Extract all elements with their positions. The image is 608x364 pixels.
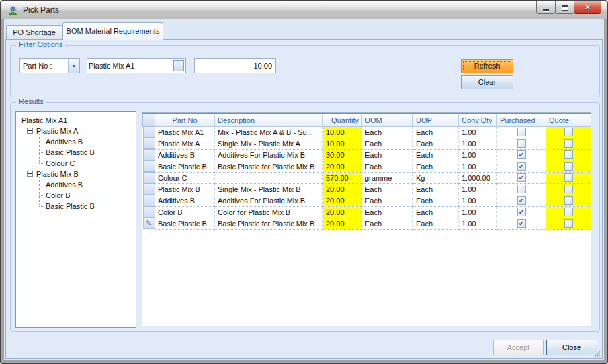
row-header-cell[interactable] (143, 206, 155, 218)
table-row[interactable]: ✎Basic Plastic BBasic Plastic for Plasti… (143, 218, 591, 229)
checkbox-checked-icon[interactable]: ✔ (517, 173, 526, 182)
col-header-conv-qty[interactable]: Conv Qty (459, 113, 497, 126)
cell-uop[interactable]: Each (413, 138, 459, 149)
row-header-cell[interactable] (143, 126, 155, 138)
cell-conv-qty[interactable]: 1.00 (459, 206, 497, 218)
cell-quote[interactable] (546, 126, 591, 138)
cell-uom[interactable]: Each (362, 206, 413, 218)
cell-description[interactable]: Mix - Plastic Mix A & B - Su... (215, 126, 323, 138)
row-header-cell[interactable]: ✎ (143, 218, 155, 229)
cell-quote[interactable] (546, 218, 591, 229)
cell-uop[interactable]: Each (413, 206, 459, 218)
cell-conv-qty[interactable]: 1.00 (459, 161, 497, 172)
cell-uop[interactable]: Each (413, 183, 459, 195)
col-header-quantity[interactable]: Quantity (323, 113, 362, 126)
checkbox-checked-icon[interactable]: ✔ (517, 150, 526, 159)
cell-part-no[interactable]: Basic Plastic B (155, 161, 215, 172)
cell-quote[interactable] (546, 183, 591, 195)
minimize-button[interactable] (536, 1, 556, 14)
tab-po-shortage[interactable]: PO Shortage (6, 25, 62, 39)
materials-grid[interactable]: Part No Description Quantity UOM UOP Con… (142, 112, 591, 326)
tree-root-plastic-mix-a1[interactable]: Plastic Mix A1 (21, 115, 67, 126)
tree-leaf-additives-b[interactable]: Additives B (46, 136, 83, 147)
cell-uom[interactable]: Each (362, 195, 413, 206)
tab-bom-material-requirements[interactable]: BOM Material Requirements (62, 22, 163, 40)
checkbox-checked-icon[interactable]: ✔ (517, 208, 526, 216)
grid-corner-cell[interactable] (143, 113, 155, 126)
bom-tree[interactable]: Plastic Mix A1Plastic Mix AAdditives BBa… (15, 111, 136, 328)
checkbox-unchecked-icon[interactable] (517, 185, 526, 193)
tree-node-plastic-mix-b[interactable]: Plastic Mix B (36, 169, 79, 179)
checkbox-unchecked-icon[interactable] (564, 196, 573, 205)
cell-uom[interactable]: Each (362, 126, 413, 138)
checkbox-unchecked-icon[interactable] (564, 128, 573, 136)
checkbox-unchecked-icon[interactable] (564, 139, 573, 148)
tree-leaf-colour-c[interactable]: Colour C (46, 158, 75, 169)
cell-quantity[interactable]: 20.00 (323, 161, 362, 172)
collapse-expander-icon[interactable] (27, 128, 33, 134)
checkbox-unchecked-icon[interactable] (564, 208, 573, 216)
cell-part-no[interactable]: Basic Plastic B (155, 218, 215, 229)
cell-quote[interactable] (546, 195, 591, 206)
checkbox-unchecked-icon[interactable] (564, 185, 573, 193)
checkbox-unchecked-icon[interactable] (517, 139, 526, 148)
cell-conv-qty[interactable]: 1.00 (459, 183, 497, 195)
clear-button[interactable]: Clear (461, 75, 513, 89)
cell-quantity[interactable]: 30.00 (323, 149, 362, 161)
table-row[interactable]: Plastic Mix ASingle Mix - Plastic Mix A1… (143, 138, 591, 149)
table-row[interactable]: Colour C570.00grammeKg1,000.00✔ (143, 172, 591, 183)
tree-node-plastic-mix-a[interactable]: Plastic Mix A (36, 126, 78, 136)
refresh-button[interactable]: Refresh (461, 59, 513, 73)
checkbox-checked-icon[interactable]: ✔ (517, 196, 526, 205)
cell-conv-qty[interactable]: 1.00 (459, 195, 497, 206)
cell-quantity[interactable]: 20.00 (323, 206, 362, 218)
cell-purchased[interactable]: ✔ (497, 149, 546, 161)
table-row[interactable]: Plastic Mix BSingle Mix - Plastic Mix B2… (143, 183, 591, 195)
cell-quantity[interactable]: 10.00 (323, 126, 362, 138)
collapse-expander-icon[interactable] (27, 171, 33, 177)
filter-field-combobox[interactable]: Part No : ▼ (19, 58, 80, 73)
cell-uom[interactable]: Each (362, 138, 413, 149)
row-header-cell[interactable] (143, 195, 155, 206)
table-row[interactable]: Basic Plastic BBasic Plastic for Plastic… (143, 161, 591, 172)
checkbox-unchecked-icon[interactable] (564, 173, 573, 182)
part-no-input[interactable] (89, 60, 173, 71)
cell-quote[interactable] (546, 161, 591, 172)
checkbox-unchecked-icon[interactable] (564, 219, 573, 228)
checkbox-checked-icon[interactable]: ✔ (517, 162, 526, 171)
cell-purchased[interactable]: ✔ (497, 195, 546, 206)
col-header-purchased[interactable]: Purchased (497, 113, 546, 126)
titlebar[interactable]: Pick Parts ✕ (1, 1, 607, 19)
row-header-cell[interactable] (143, 161, 155, 172)
cell-uop[interactable]: Kg (413, 172, 459, 183)
cell-part-no[interactable]: Colour C (155, 172, 215, 183)
cell-description[interactable]: Basic Plastic for Plastic Mix B (215, 161, 323, 172)
row-header-cell[interactable] (143, 149, 155, 161)
table-row[interactable]: Color BColor for Plastic Mix B20.00EachE… (143, 206, 591, 218)
close-window-button[interactable]: ✕ (574, 1, 601, 14)
maximize-button[interactable] (555, 1, 574, 14)
tree-leaf-color-b[interactable]: Color B (46, 190, 71, 201)
chevron-down-icon[interactable]: ▼ (68, 59, 79, 73)
cell-description[interactable]: Single Mix - Plastic Mix B (215, 183, 323, 195)
cell-quote[interactable] (546, 138, 591, 149)
tree-leaf-additives-b[interactable]: Additives B (46, 179, 83, 190)
cell-conv-qty[interactable]: 1.00 (459, 126, 497, 138)
cell-uop[interactable]: Each (413, 149, 459, 161)
cell-conv-qty[interactable]: 1,000.00 (459, 172, 497, 183)
tree-leaf-basic-plastic-b[interactable]: Basic Plastic B (46, 201, 95, 212)
quantity-input[interactable] (195, 59, 275, 73)
cell-quote[interactable] (546, 172, 591, 183)
cell-conv-qty[interactable]: 1.00 (459, 138, 497, 149)
cell-quantity[interactable]: 20.00 (323, 218, 362, 229)
cell-quantity[interactable]: 20.00 (323, 183, 362, 195)
row-header-cell[interactable] (143, 138, 155, 149)
table-row[interactable]: Additives BAdditives For Plastic Mix B30… (143, 149, 591, 161)
cell-purchased[interactable]: ✔ (497, 206, 546, 218)
col-header-uom[interactable]: UOM (362, 113, 413, 126)
cell-part-no[interactable]: Plastic Mix B (155, 183, 215, 195)
cell-uom[interactable]: Each (362, 218, 413, 229)
col-header-uop[interactable]: UOP (413, 113, 459, 126)
cell-quote[interactable] (546, 206, 591, 218)
cell-purchased[interactable] (497, 183, 546, 195)
